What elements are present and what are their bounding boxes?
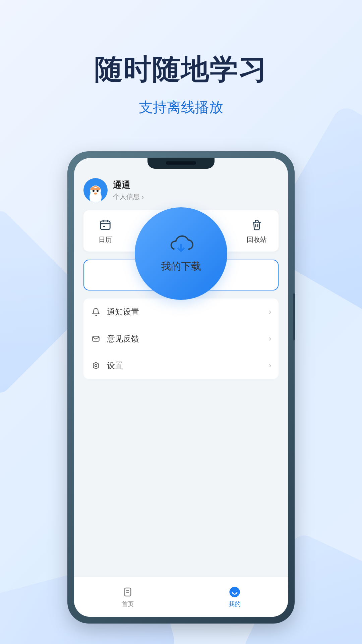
svg-rect-2 <box>90 188 100 190</box>
download-highlight[interactable]: 我的下载 <box>136 208 226 299</box>
profile-info-link[interactable]: 个人信息 <box>113 192 144 201</box>
settings-row[interactable]: 设置 › <box>83 352 279 379</box>
avatar-duck-icon <box>85 182 106 202</box>
nav-home-label: 首页 <box>122 600 134 608</box>
svg-point-20 <box>229 587 240 597</box>
svg-point-3 <box>93 190 95 192</box>
trash-icon <box>250 218 264 232</box>
svg-point-4 <box>97 190 99 192</box>
svg-point-5 <box>94 193 97 195</box>
feedback-row[interactable]: 意见反馈 › <box>83 325 279 352</box>
cloud-download-icon <box>168 234 194 254</box>
notification-label: 通知设置 <box>107 307 263 317</box>
calendar-icon <box>98 218 112 232</box>
profile-row[interactable]: 通通 个人信息 <box>83 178 279 202</box>
bell-icon <box>91 307 101 317</box>
nav-home[interactable]: 首页 <box>74 577 181 617</box>
svg-marker-14 <box>93 362 98 369</box>
bottom-nav: 首页 我的 <box>74 577 288 617</box>
marketing-title: 随时随地学习 <box>0 0 362 89</box>
mail-icon <box>91 334 101 344</box>
nav-mine[interactable]: 我的 <box>181 577 288 617</box>
recycle-action[interactable]: 回收站 <box>242 218 272 244</box>
chevron-right-icon: › <box>269 334 271 343</box>
recycle-label: 回收站 <box>247 235 267 244</box>
settings-list: 通知设置 › 意见反馈 › <box>83 299 279 379</box>
chevron-right-icon: › <box>269 308 271 316</box>
calendar-action[interactable]: 日历 <box>90 218 120 244</box>
feedback-label: 意见反馈 <box>107 333 263 344</box>
gear-icon <box>91 361 101 371</box>
svg-rect-6 <box>101 221 110 229</box>
avatar[interactable] <box>83 178 108 202</box>
profile-name: 通通 <box>113 179 144 191</box>
document-icon <box>122 586 134 598</box>
notification-settings-row[interactable]: 通知设置 › <box>83 299 279 325</box>
download-label: 我的下载 <box>161 260 201 273</box>
phone-mockup: 通通 个人信息 日历 <box>69 153 293 622</box>
marketing-subtitle: 支持离线播放 <box>0 98 362 117</box>
chevron-right-icon: › <box>269 361 271 370</box>
nav-mine-label: 我的 <box>229 600 241 608</box>
phone-notch <box>147 158 215 169</box>
svg-point-1 <box>90 185 101 196</box>
phone-side-button <box>293 293 295 340</box>
calendar-label: 日历 <box>99 235 112 244</box>
smile-icon <box>229 586 241 598</box>
phone-screen: 通通 个人信息 日历 <box>74 158 288 617</box>
settings-label: 设置 <box>107 360 263 371</box>
svg-point-15 <box>95 365 97 367</box>
